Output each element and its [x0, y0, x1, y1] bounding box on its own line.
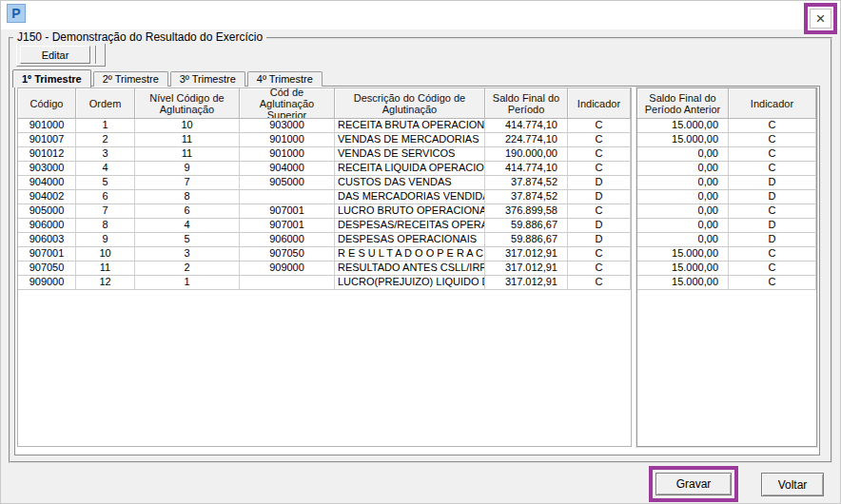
table-row[interactable]: 15.000,00C — [637, 276, 816, 290]
tab-trimestre-2[interactable]: 2º Trimestre — [93, 71, 168, 87]
table-row[interactable]: 90600084907001DESPESAS/RECEITAS OPERACIO… — [18, 219, 631, 233]
cell: 0,00 — [637, 162, 729, 176]
cell: D — [568, 176, 631, 190]
cell: 8 — [135, 190, 240, 204]
tab-trimestre-3[interactable]: 3º Trimestre — [170, 71, 245, 87]
cell: 12 — [76, 276, 135, 290]
table-row[interactable]: 0,00D — [637, 233, 816, 247]
table-row[interactable]: 15.000,00C — [637, 247, 816, 262]
table-row[interactable]: 90300049904000RECEITA LIQUIDA OPERACIONA… — [18, 162, 631, 176]
cell: 0,00 — [637, 233, 729, 247]
cell: DESPESAS/RECEITAS OPERACIO — [335, 219, 485, 233]
table-row[interactable]: 901000110903000RECEITA BRUTA OPERACIONAL… — [18, 119, 631, 133]
column-header: Nível Código de Aglutinação — [135, 88, 240, 119]
cell: 904000 — [18, 176, 76, 190]
cell: RECEITA LIQUIDA OPERACIONA — [335, 162, 485, 176]
cell: C — [729, 247, 816, 262]
cell: D — [729, 219, 816, 233]
close-highlight-box: × — [804, 3, 837, 34]
table-row[interactable]: 90500076907001LUCRO BRUTO OPERACIONAL376… — [18, 204, 631, 219]
cell: C — [568, 262, 631, 276]
column-header: Indicador — [729, 88, 816, 119]
column-header: Cód de Aglutinação Superior — [240, 88, 335, 119]
table-row[interactable]: 90400268DAS MERCADORIAS VENDIDAS37.874,5… — [18, 190, 631, 204]
cell: LUCRO BRUTO OPERACIONAL — [335, 204, 485, 219]
gravar-button[interactable]: Gravar — [655, 473, 732, 495]
cell: C — [568, 247, 631, 262]
cell: 907001 — [240, 204, 335, 219]
cell: D — [729, 233, 816, 247]
cell: 907050 — [18, 262, 76, 276]
cell: 10 — [76, 247, 135, 262]
cell: 37.874,52 — [485, 176, 568, 190]
table-row[interactable]: 0,00D — [637, 190, 816, 204]
cell: C — [729, 262, 816, 276]
cell: 0,00 — [637, 147, 729, 162]
gravar-highlight-box: Gravar — [649, 466, 738, 502]
cell: 906000 — [240, 233, 335, 247]
table-row[interactable]: 901007211901000VENDAS DE MERCADORIAS224.… — [18, 133, 631, 147]
cell: 907050 — [240, 247, 335, 262]
close-icon[interactable]: × — [810, 9, 831, 29]
table-row[interactable]: 0,00C — [637, 162, 816, 176]
cell: 903000 — [240, 119, 335, 133]
cell: 901000 — [240, 133, 335, 147]
cell: 906000 — [18, 219, 76, 233]
dialog-window: P × J150 - Demonstração do Resultado do … — [0, 0, 841, 504]
column-header: Descrição do Código de Aglutinação — [335, 88, 485, 119]
cell: 0,00 — [637, 190, 729, 204]
table-row[interactable]: 901012311901000VENDAS DE SERVICOS190.000… — [18, 147, 631, 162]
groupbox-title: J150 - Demonstração do Resultado do Exer… — [13, 30, 266, 44]
cell: 0,00 — [637, 176, 729, 190]
cell: 15.000,00 — [637, 276, 729, 290]
table-row[interactable]: 909000121LUCRO(PREJUIZO) LIQUIDO DO317.0… — [18, 276, 631, 290]
cell: 2 — [76, 133, 135, 147]
cell: 0,00 — [637, 219, 729, 233]
cell: C — [568, 276, 631, 290]
cell: 5 — [76, 176, 135, 190]
tab-trimestre-4[interactable]: 4º Trimestre — [247, 71, 323, 87]
cell: DESPESAS OPERACIONAIS — [335, 233, 485, 247]
cell: 317.012,91 — [485, 276, 568, 290]
cell: RESULTADO ANTES CSLL/IRPJ — [335, 262, 485, 276]
cell: D — [729, 176, 816, 190]
cell: 906003 — [18, 233, 76, 247]
column-header: Indicador — [568, 88, 631, 119]
table-row[interactable]: 907050112909000RESULTADO ANTES CSLL/IRPJ… — [18, 262, 631, 276]
cell: 1 — [76, 119, 135, 133]
table-row[interactable]: 0,00D — [637, 219, 816, 233]
table-row[interactable]: 907001103907050R E S U L T A D O O P E R… — [18, 247, 631, 262]
cell: R E S U L T A D O O P E R A C — [335, 247, 485, 262]
table-row[interactable]: 15.000,00C — [637, 119, 816, 133]
cell: 414.774,10 — [485, 162, 568, 176]
table-row[interactable]: 15.000,00C — [637, 262, 816, 276]
cell: 909000 — [18, 276, 76, 290]
cell: 1 — [135, 276, 240, 290]
app-logo-icon: P — [7, 4, 26, 23]
table-row[interactable]: 0,00C — [637, 147, 816, 162]
table-row[interactable]: 90600395906000DESPESAS OPERACIONAIS59.88… — [18, 233, 631, 247]
previous-period-grid: Saldo Final do Período AnteriorIndicador… — [636, 87, 817, 447]
cell: RECEITA BRUTA OPERACIONAL — [335, 119, 485, 133]
column-header: Saldo Final do Período — [485, 88, 568, 119]
cell: 905000 — [18, 204, 76, 219]
cell: 11 — [135, 133, 240, 147]
cell: LUCRO(PREJUIZO) LIQUIDO DO — [335, 276, 485, 290]
cell: C — [729, 204, 816, 219]
cell: C — [568, 133, 631, 147]
cell: D — [568, 219, 631, 233]
editar-button[interactable]: Editar — [20, 46, 90, 64]
tab-trimestre-1[interactable]: 1º Trimestre — [12, 69, 91, 87]
results-grid-panel: CódigoOrdemNível Código de AglutinaçãoCó… — [14, 86, 820, 456]
table-row[interactable]: 15.000,00C — [637, 133, 816, 147]
cell: C — [568, 119, 631, 133]
column-header: Saldo Final do Período Anterior — [637, 88, 729, 119]
cell — [240, 276, 335, 290]
table-row[interactable]: 0,00C — [637, 204, 816, 219]
cell: 11 — [135, 147, 240, 162]
cell: 59.886,67 — [485, 219, 568, 233]
table-row[interactable]: 90400057905000CUSTOS DAS VENDAS37.874,52… — [18, 176, 631, 190]
voltar-button[interactable]: Voltar — [761, 473, 824, 496]
table-row[interactable]: 0,00D — [637, 176, 816, 190]
cell: D — [568, 190, 631, 204]
